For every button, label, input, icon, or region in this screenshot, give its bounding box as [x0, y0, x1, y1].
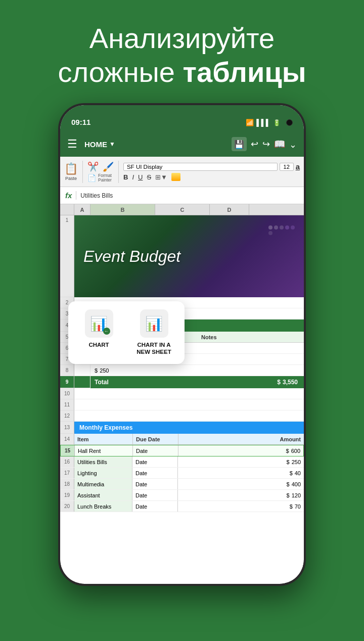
home-menu[interactable]: HOME ▼	[84, 140, 115, 149]
paste-group[interactable]: 📋 Paste	[64, 162, 78, 181]
col-header-a[interactable]: A	[74, 204, 90, 215]
chart-menu-item[interactable]: 📊 ← CHART	[75, 309, 122, 356]
empty-rows-block: 10 11 12	[60, 388, 304, 422]
chart-icon: 📊 ←	[85, 309, 113, 338]
event-banner-row: 1 Event Budget	[60, 215, 304, 297]
undo-icon[interactable]: ↩	[251, 139, 258, 150]
col-header-b[interactable]: B	[90, 204, 155, 215]
phone-wrapper: 09:11 📶 ▌▌▌ 🔋 ☰ HOME ▼ 💾	[0, 103, 364, 586]
status-icons: 📶 ▌▌▌ 🔋	[246, 119, 293, 126]
paste-label: Paste	[65, 176, 77, 181]
banner-decoration	[268, 225, 299, 235]
formula-value: Utilities Bills	[80, 192, 113, 199]
camera-hole	[286, 119, 293, 126]
income-total-row: Total $3,550	[90, 376, 304, 388]
row-num-banner: 1	[60, 215, 74, 297]
status-bar: 09:11 📶 ▌▌▌ 🔋	[60, 105, 304, 131]
battery-icon: 🔋	[273, 119, 281, 126]
row-num-header	[60, 204, 74, 215]
expense-row-17: 17 Lighting Date $40	[60, 468, 304, 479]
expense-row-19: 19 Assistant Date $120	[60, 490, 304, 501]
chart-new-sheet-label: CHART IN A NEW SHEET	[130, 342, 177, 356]
book-icon[interactable]: 📖	[274, 139, 285, 150]
font-size-field[interactable]: 12	[280, 163, 294, 171]
expense-row-16: 16 Utilities Bills Date $250	[60, 456, 304, 468]
col-header-d[interactable]: D	[210, 204, 249, 215]
expand-icon[interactable]: ⌃	[289, 139, 297, 150]
chart-new-sheet-menu-item[interactable]: 📊 CHART IN A NEW SHEET	[130, 309, 177, 356]
save-icon: 💾	[234, 140, 244, 149]
redo-icon[interactable]: ↪	[262, 139, 270, 150]
strikethrough-button[interactable]: S	[147, 173, 151, 181]
expenses-header: Monthly Expenses	[74, 422, 304, 434]
total-amount: 3,550	[283, 379, 298, 386]
save-button[interactable]: 💾	[232, 137, 247, 151]
monthly-expenses-block: 13 Monthly Expenses 14 Item Due Date Amo…	[60, 422, 304, 512]
hamburger-menu-icon[interactable]: ☰	[67, 138, 77, 151]
font-section: SF UI Display 12 a B I U S ⊞▼	[123, 162, 300, 181]
event-budget-banner: Event Budget	[74, 215, 304, 297]
borders-button[interactable]: ⊞▼	[155, 173, 167, 181]
cut-icon[interactable]: ✂️	[87, 161, 99, 172]
fx-label: fx	[65, 191, 76, 200]
ribbon: 📋 Paste ✂️ 🖌️ 📄 FormatPainter	[60, 157, 304, 187]
income-notes-header: Notes	[197, 332, 304, 342]
income-row-3: $250	[90, 365, 304, 376]
highlight-button[interactable]	[171, 173, 180, 181]
formula-bar: fx Utilities Bills	[60, 187, 304, 204]
chart-label: CHART	[88, 342, 109, 348]
home-dropdown-icon: ▼	[109, 141, 115, 148]
hero-section: Анализируйте сложные таблицы	[0, 0, 364, 103]
underline-button[interactable]: U	[138, 173, 143, 181]
wifi-icon: 📶	[246, 119, 254, 126]
app-toolbar: ☰ HOME ▼ 💾 ↩ ↪ 📖 ⌃	[60, 131, 304, 157]
cut-copy-format-group: ✂️ 🖌️ 📄 FormatPainter	[87, 161, 114, 183]
status-time: 09:11	[71, 118, 90, 126]
col-header-c[interactable]: C	[155, 204, 210, 215]
chart-new-sheet-icon: 📊	[140, 309, 168, 338]
format-painter-label: FormatPainter	[98, 173, 112, 183]
copy-icon[interactable]: 📄	[87, 174, 96, 182]
event-budget-title: Event Budget	[74, 247, 180, 266]
phone-device: 09:11 📶 ▌▌▌ 🔋 ☰ HOME ▼ 💾	[58, 103, 306, 586]
paste-icon: 📋	[64, 162, 78, 175]
total-row-num: 9	[60, 376, 74, 388]
total-label: Total	[90, 376, 121, 388]
col-headers-row: A B C D	[60, 204, 304, 215]
expense-row-18: 18 Multimedia Date $400	[60, 479, 304, 490]
phone-screen: 09:11 📶 ▌▌▌ 🔋 ☰ HOME ▼ 💾	[60, 105, 304, 584]
italic-button[interactable]: I	[132, 173, 134, 181]
toolbar-actions: 💾 ↩ ↪ 📖 ⌃	[232, 137, 297, 151]
format-painter-icon[interactable]: 🖌️	[103, 161, 114, 172]
ribbon-divider	[82, 161, 83, 183]
expense-row-15: 15 Hall Rent Date $600	[60, 445, 304, 456]
spreadsheet-area: A B C D 1 Event Budget	[60, 204, 304, 512]
ribbon-divider2	[118, 161, 119, 183]
expense-row-20: 20 Lunch Breaks Date $70	[60, 501, 304, 512]
expenses-col-headers: Item Due Date Amount	[74, 434, 304, 445]
font-style-a-icon: a	[296, 162, 300, 171]
hero-title: Анализируйте сложные таблицы	[30, 21, 334, 89]
font-name-field[interactable]: SF UI Display	[123, 163, 278, 171]
bold-button[interactable]: B	[123, 173, 128, 181]
signal-icon: ▌▌▌	[256, 119, 270, 126]
context-menu-popup[interactable]: 📊 ← CHART 📊 CHART IN A NEW SHEET	[68, 301, 185, 364]
